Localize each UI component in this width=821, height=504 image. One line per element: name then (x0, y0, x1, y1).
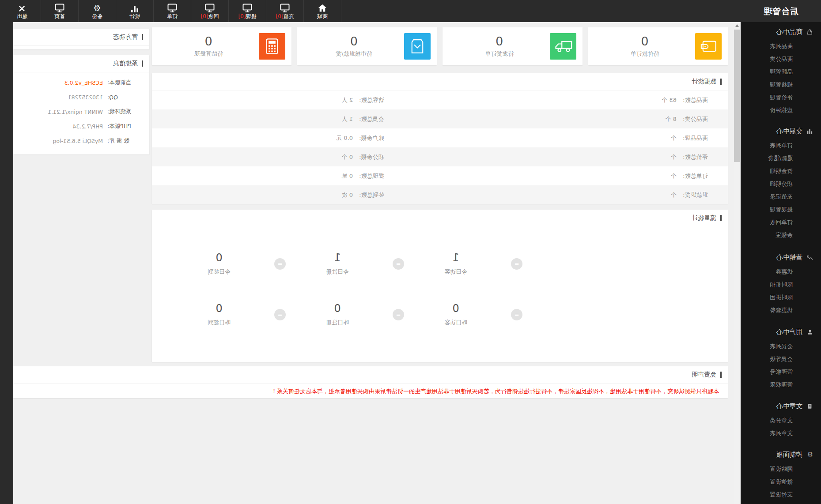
sidebar-item-site-settings[interactable]: 网站设置 (741, 463, 821, 475)
stat-row: 评价总数:个 积分余额:0 个 (152, 147, 728, 166)
equals-icon: = (274, 309, 286, 320)
sidebar: 商品中心 商品列表 商品分类 品牌管理 规格管理 评价管理 虚拟评价 交易中心 … (741, 22, 821, 504)
sidebar-item-article-list[interactable]: 文章列表 (741, 427, 821, 440)
panel-header: 系统信息 (13, 55, 149, 72)
system-info-row: 数 据 库: MySQLi 5.6.51-log (13, 134, 149, 148)
sidebar-item-combo[interactable]: 优惠套餐 (741, 304, 821, 316)
sidebar-item-fund-detail[interactable]: 资金明细 (741, 165, 821, 177)
sidebar-item-refund-return[interactable]: 退款/退货 (741, 152, 821, 165)
traffic-unit-yesterday-checkins: = 0昨日签到 (195, 302, 286, 327)
version-link[interactable]: ECSHE_v2.0.3 (64, 79, 103, 86)
monitor-icon (167, 3, 177, 12)
sidebar-item-article-cate[interactable]: 文章分类 (741, 414, 821, 427)
sidebar-item-payment-settings[interactable]: 支付设置 (741, 488, 821, 501)
scrollbar[interactable] (734, 22, 741, 504)
traffic-value: 0 (195, 302, 243, 315)
card-content: 0 待付款订单 (594, 35, 695, 58)
panel-header: 数据统计 (152, 73, 728, 90)
scrollbar-up-arrow[interactable] (734, 22, 741, 29)
card-value: 0 (158, 35, 259, 48)
news-panel: 官方动态 (13, 29, 149, 49)
system-info-row: QQ: 1302357281 (13, 90, 149, 105)
sidebar-item-flash-group[interactable]: 限时拼团 (741, 291, 821, 304)
system-info-row: 当前版本: ECSHE_v2.0.3 (13, 75, 149, 90)
traffic-unit-yesterday-visitors: = 0昨日访客 (431, 302, 522, 327)
topbar-item-homepage[interactable]: 首页 (41, 0, 79, 22)
topbar-item-recycle[interactable]: 回收[0] (191, 0, 229, 22)
card-pending-settlement[interactable]: 0 待结算提现 (152, 27, 291, 65)
sidebar-section-control-panel[interactable]: ⚙ 控制面板 (741, 447, 821, 463)
sidebar-item-member-list[interactable]: 会员列表 (741, 340, 821, 353)
accent-bar (720, 215, 722, 221)
sidebar-item-wechat-settings[interactable]: 微信设置 (741, 475, 821, 488)
stat-row: 退款退货:个 签到总数:0 次 (152, 185, 728, 204)
sidebar-item-order-list[interactable]: 订单列表 (741, 139, 821, 152)
sidebar-item-virtual-review[interactable]: 虚拟评价 (741, 104, 821, 117)
card-pending-payment[interactable]: 0 待付款订单 (588, 27, 728, 65)
sidebar-section-trade[interactable]: 交易中心 (741, 123, 821, 139)
sidebar-item-brand-mgmt[interactable]: 品牌管理 (741, 65, 821, 78)
panel-title: 数据统计 (692, 78, 716, 86)
sidebar-item-spec-mgmt[interactable]: 规格管理 (741, 78, 821, 91)
card-label: 待审核退款/货 (303, 50, 404, 58)
sidebar-item-withdraw-mgmt[interactable]: 提现管理 (741, 203, 821, 216)
equals-icon: = (393, 258, 404, 270)
traffic-label: 今日访客 (431, 268, 480, 276)
card-label: 待结算提现 (158, 50, 259, 58)
sidebar-section-goods[interactable]: 商品中心 (741, 24, 821, 40)
topbar-item-recharge[interactable]: 充值[0] (266, 0, 304, 22)
topbar-item-label: 商城 (317, 14, 328, 19)
accent-bar (720, 79, 722, 85)
sidebar-item-review-mgmt[interactable]: 评价管理 (741, 91, 821, 104)
traffic-label: 今日注册 (313, 268, 362, 276)
sidebar-item-admin-permission[interactable]: 管理权限 (741, 378, 821, 391)
bag-icon (806, 29, 813, 35)
sidebar-item-points-detail[interactable]: 积分明细 (741, 177, 821, 190)
sidebar-item-admin-account[interactable]: 管理帐号 (741, 365, 821, 378)
topbar-item-backup[interactable]: ⚙ 备份 (79, 0, 116, 22)
x-icon (19, 3, 26, 12)
topbar-item-mall[interactable]: 商城 (304, 0, 341, 22)
sidebar-section-title: 文章中心 (776, 402, 802, 410)
monitor-icon (205, 3, 215, 12)
traffic-value: 1 (431, 252, 480, 264)
sidebar-section-users[interactable]: 用户中心 (741, 324, 821, 340)
sidebar-item-coupon[interactable]: 优惠券 (741, 265, 821, 278)
traffic-stats-panel: 流量统计 = 1今日访客 = 1今日注册 = 0今日签到 = 0昨日访客 = 0… (152, 210, 728, 362)
traffic-label: 昨日访客 (431, 319, 480, 327)
panel-header: 官方动态 (13, 29, 149, 46)
card-label: 待付款订单 (594, 50, 695, 58)
card-content: 0 待审核退款/货 (303, 35, 404, 58)
truck-icon (550, 33, 576, 60)
box-icon (405, 33, 431, 60)
traffic-unit-yesterday-signups: = 0昨日注册 (313, 302, 404, 327)
sidebar-section-articles[interactable]: 文章中心 (741, 398, 821, 414)
topbar-item-logout[interactable]: 退出 (4, 0, 41, 22)
sidebar-item-goods-list[interactable]: 商品列表 (741, 40, 821, 53)
disclaimer-panel: 免责声明 本程序只供测试研究，不得使用于非法用途，不得违反国家法律，不得进行违法… (13, 366, 728, 398)
stat-row: 商品总数:63 个 访客总数:2 人 (152, 90, 728, 109)
bar-chart-icon (806, 128, 813, 135)
topbar-item-label: 首页 (54, 14, 65, 19)
topbar-item-statistics[interactable]: 统计 (116, 0, 154, 22)
topbar-item-withdraw[interactable]: 提现[0] (229, 0, 266, 22)
topbar-item-orders[interactable]: 订单 (154, 0, 191, 22)
sidebar-item-order-recycle[interactable]: 订单回收 (741, 216, 821, 229)
sidebar-section-title: 用户中心 (776, 328, 802, 336)
scrollbar-thumb[interactable] (734, 30, 740, 162)
topbar: 后台管理 商城 充值[0] 提现[0] (0, 0, 821, 22)
equals-icon: = (511, 309, 522, 320)
sidebar-item-member-level[interactable]: 会员等级 (741, 353, 821, 365)
card-pending-shipment[interactable]: 0 待发货订单 (443, 27, 583, 65)
panel-title: 免责声明 (692, 371, 716, 379)
admin-dashboard: 后台管理 商城 充值[0] 提现[0] (0, 0, 821, 504)
app-logo: 后台管理 (741, 0, 821, 22)
card-pending-refund-review[interactable]: 0 待审核退款/货 (297, 27, 437, 65)
sidebar-item-balance[interactable]: 余额宝 (741, 229, 821, 241)
sidebar-section-title: 控制面板 (776, 451, 802, 459)
sidebar-item-flash-discount[interactable]: 限时折扣 (741, 278, 821, 291)
topbar-item-label: 统计 (129, 14, 140, 19)
sidebar-item-goods-cate[interactable]: 商品分类 (741, 53, 821, 65)
sidebar-item-recharge-record[interactable]: 充值记录 (741, 190, 821, 203)
sidebar-section-marketing[interactable]: 营销中心 (741, 249, 821, 265)
